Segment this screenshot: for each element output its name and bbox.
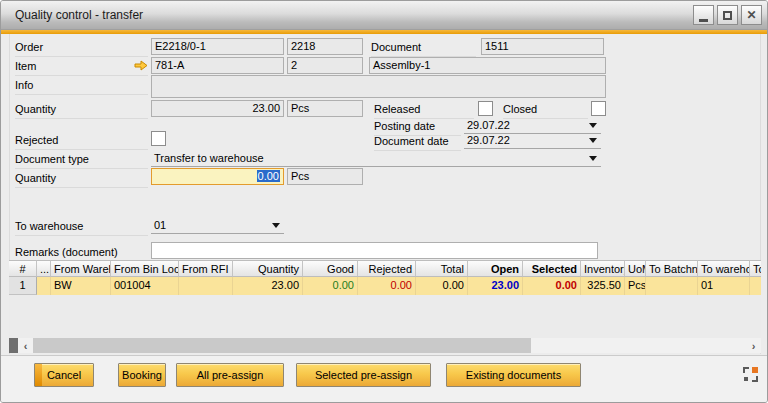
maximize-icon [723,11,732,20]
chevron-right-icon: › [752,340,756,352]
minimize-icon [699,19,708,22]
scrollbar-thumb[interactable] [33,338,531,353]
cell-quantity[interactable]: 23.00 [233,277,303,295]
entry-quantity-label: Quantity [15,170,148,188]
released-checkbox[interactable] [478,101,493,116]
cell-from-warehouse[interactable]: BW [51,277,111,295]
column-header-total[interactable]: Total [416,260,468,277]
selected-pre-assign-button-label: Selected pre-assign [315,369,412,381]
existing-documents-button-label: Existing documents [466,369,561,381]
rejected-label: Rejected [15,132,148,150]
item-label: Item [15,58,148,76]
horizontal-scrollbar: ‹ › [9,338,761,353]
chevron-down-icon [589,138,597,143]
document-type-label: Document type [15,151,148,169]
to-warehouse-value: 01 [154,219,166,231]
close-button[interactable]: ✕ [741,5,762,25]
link-arrow-icon[interactable] [134,60,148,71]
cell-open[interactable]: 23.00 [468,277,523,295]
closed-checkbox[interactable] [591,101,606,116]
quantity-field: 23.00 [151,100,284,117]
document-date-value: 29.07.22 [467,134,510,146]
column-header-good[interactable]: Good [303,260,358,277]
maximize-button[interactable] [717,5,738,25]
dialog-window: Quality control - transfer ✕ Order E2218… [0,0,768,403]
cell-total[interactable]: 0.00 [416,277,468,295]
scrollbar-track[interactable] [531,338,746,353]
scroll-left-button[interactable]: ‹ [18,338,33,353]
order-number-field: 2218 [287,38,363,55]
window-controls: ✕ [693,5,762,25]
chevron-down-icon [272,223,280,228]
cell-inventory[interactable]: 325.50 [581,277,625,295]
entry-quantity-uom-field: Pcs [287,168,363,185]
info-label: Info [15,77,148,95]
column-header-selected[interactable]: Selected [523,260,581,277]
quantity-uom-field: Pcs [287,100,363,117]
focus-indicator [35,364,42,386]
column-header-to-batch-number[interactable]: To Batchn [646,260,698,277]
column-header-to-warehouse[interactable]: To warehou [698,260,750,277]
posting-date-value: 29.07.22 [467,119,510,131]
scroll-right-button[interactable]: › [746,338,761,353]
minimize-button[interactable] [693,5,714,25]
cell-row-number[interactable]: 1 [9,277,37,295]
cell-selected[interactable]: 0.00 [523,277,581,295]
order-field: E2218/0-1 [151,38,284,55]
table-body: 1BW00100423.000.000.000.0023.000.00325.5… [9,277,761,295]
column-header-rejected[interactable]: Rejected [358,260,416,277]
remarks-input[interactable] [151,242,598,259]
column-header-uom[interactable]: UoM [625,260,646,277]
column-header-from-warehouse[interactable]: From Wareh [51,260,111,277]
column-header-to[interactable]: To [750,260,761,277]
cell-good[interactable]: 0.00 [303,277,358,295]
cell-uom[interactable]: Pcs [625,277,646,295]
footer-bar: Cancel Booking All pre-assign Selected p… [1,355,767,403]
column-header-inventory[interactable]: Inventory [581,260,625,277]
document-field: 1511 [481,38,604,55]
column-header-quantity[interactable]: Quantity [233,260,303,277]
quantity-label: Quantity [15,101,148,119]
existing-documents-button[interactable]: Existing documents [446,363,581,387]
cell-to[interactable] [750,277,761,295]
cell-link[interactable] [37,277,51,295]
order-label: Order [15,39,148,57]
column-header-from-rfid[interactable]: From RFI [179,260,233,277]
column-header-from-bin-location[interactable]: From Bin Locatio [111,260,179,277]
window-title: Quality control - transfer [15,1,143,29]
chevron-down-icon [589,123,597,128]
booking-button-label: Booking [122,369,162,381]
entry-quantity-input[interactable]: 0.00 [151,168,284,185]
cell-to-warehouse[interactable]: 01 [698,277,750,295]
close-icon: ✕ [746,9,756,21]
collapse-form-icon[interactable] [743,367,758,382]
item-description-field: Assemlby-1 [369,57,606,74]
column-header-open[interactable]: Open [468,260,523,277]
to-warehouse-select[interactable]: 01 [151,217,284,234]
document-type-select[interactable]: Transfer to warehouse [151,150,601,167]
released-label: Released [374,101,474,119]
chevron-left-icon: ‹ [24,340,28,352]
column-header-row-number[interactable]: # [9,260,37,277]
cell-from-rfid[interactable] [179,277,233,295]
cell-to-batch-number[interactable] [646,277,698,295]
title-bar[interactable]: Quality control - transfer ✕ [1,1,767,30]
rejected-checkbox[interactable] [151,131,166,146]
cancel-button[interactable]: Cancel [34,363,94,387]
all-pre-assign-button[interactable]: All pre-assign [176,363,284,387]
cancel-button-label: Cancel [47,369,81,381]
document-date-select[interactable]: 29.07.22 [464,132,601,149]
table-row[interactable]: 1BW00100423.000.000.000.0023.000.00325.5… [9,277,761,295]
accent-bar [1,30,767,34]
to-warehouse-label: To warehouse [15,218,148,236]
item-code-field: 781-A [151,57,284,74]
cell-from-bin-location[interactable]: 001004 [111,277,179,295]
cell-rejected[interactable]: 0.00 [358,277,416,295]
item-line-field: 2 [287,57,363,74]
column-header-link[interactable]: ... [37,260,51,277]
line-items-table: #...From WarehFrom Bin LocatioFrom RFIQu… [9,260,761,338]
selected-pre-assign-button[interactable]: Selected pre-assign [296,363,431,387]
booking-button[interactable]: Booking [118,363,166,387]
chevron-down-icon [589,156,597,161]
selected-text: 0.00 [257,170,280,182]
